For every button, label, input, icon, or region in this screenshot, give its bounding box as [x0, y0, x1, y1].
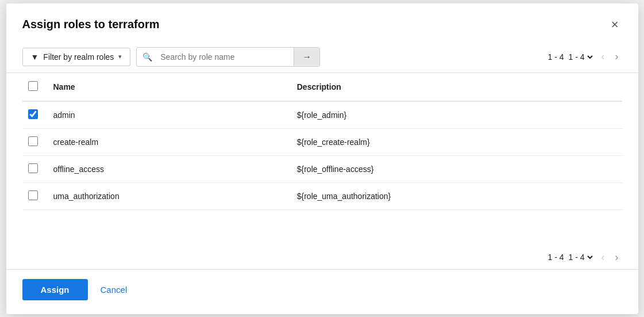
table-row: create-realm ${role_create-realm} [22, 128, 622, 155]
row-checkbox-cell [22, 101, 48, 129]
select-all-cell [22, 73, 48, 101]
filter-button[interactable]: ▼ Filter by realm roles ▾ [22, 48, 131, 66]
row-checkbox[interactable] [28, 190, 38, 200]
row-checkbox[interactable] [28, 109, 38, 119]
row-checkbox-cell [22, 128, 48, 155]
table-head: Name Description [22, 73, 622, 101]
row-name: offline_access [48, 155, 291, 182]
search-go-button[interactable]: → [294, 48, 319, 66]
row-name: uma_authorization [48, 182, 291, 209]
name-column-header: Name [48, 73, 291, 101]
page-range-top: 1 - 4 1 - 4 [547, 52, 594, 62]
table-row: offline_access ${role_offline-access} [22, 155, 622, 182]
table-area: Name Description admin ${role_admin} cre… [6, 73, 638, 241]
prev-button-top[interactable]: ‹ [598, 49, 608, 64]
search-input[interactable] [158, 48, 294, 66]
table-row: admin ${role_admin} [22, 101, 622, 129]
table-header-row: Name Description [22, 73, 622, 101]
row-description: ${role_create-realm} [291, 128, 622, 155]
cancel-button[interactable]: Cancel [96, 279, 132, 300]
row-checkbox-cell [22, 155, 48, 182]
table-row: uma_authorization ${role_uma_authorizati… [22, 182, 622, 209]
page-size-select-bottom[interactable]: 1 - 4 [566, 252, 595, 262]
close-button[interactable]: × [608, 17, 622, 32]
row-description: ${role_uma_authorization} [291, 182, 622, 209]
toolbar: ▼ Filter by realm roles ▾ 🔍 → 1 - 4 1 - … [6, 41, 638, 73]
assign-button[interactable]: Assign [22, 279, 88, 300]
assign-roles-dialog: Assign roles to terraform × ▼ Filter by … [6, 3, 638, 314]
table-body: admin ${role_admin} create-realm ${role_… [22, 101, 622, 210]
bottom-pagination: 1 - 4 1 - 4 ‹ › [6, 241, 638, 269]
select-all-checkbox[interactable] [28, 81, 38, 91]
row-description: ${role_admin} [291, 101, 622, 129]
chevron-down-icon: ▾ [118, 53, 122, 60]
row-checkbox-cell [22, 182, 48, 209]
description-column-header: Description [291, 73, 622, 101]
row-name: create-realm [48, 128, 291, 155]
page-range-bottom: 1 - 4 1 - 4 [547, 252, 594, 262]
search-icon: 🔍 [137, 48, 158, 66]
prev-button-bottom[interactable]: ‹ [598, 250, 608, 265]
next-button-bottom[interactable]: › [612, 250, 622, 265]
search-wrapper: 🔍 → [136, 47, 320, 67]
row-name: admin [48, 101, 291, 129]
row-checkbox[interactable] [28, 136, 38, 146]
dialog-header: Assign roles to terraform × [6, 3, 638, 41]
row-description: ${role_offline-access} [291, 155, 622, 182]
roles-table: Name Description admin ${role_admin} cre… [22, 73, 622, 210]
page-range-label-top: 1 - 4 [547, 52, 564, 62]
next-button-top[interactable]: › [612, 49, 622, 64]
page-range-label-bottom: 1 - 4 [547, 253, 564, 262]
top-pagination: 1 - 4 1 - 4 ‹ › [547, 49, 622, 64]
page-size-select-top[interactable]: 1 - 4 [566, 52, 595, 62]
funnel-icon: ▼ [31, 52, 39, 62]
row-checkbox[interactable] [28, 163, 38, 173]
dialog-title: Assign roles to terraform [22, 18, 160, 31]
filter-label: Filter by realm roles [43, 52, 114, 62]
dialog-footer: Assign Cancel [6, 269, 638, 314]
